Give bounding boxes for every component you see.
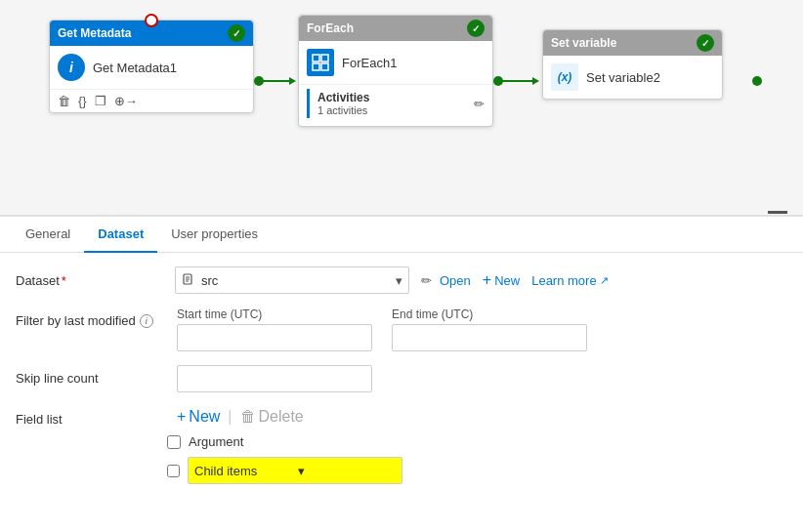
bottom-panel: General Dataset User properties Dataset …: [0, 215, 803, 532]
field-list-actions: + New | 🗑 Delete: [177, 408, 304, 426]
field-list-row: Field list + New | 🗑 Delete: [16, 406, 787, 427]
learn-more-link[interactable]: Learn more ↗: [531, 273, 608, 288]
foreach-icon: [307, 49, 334, 76]
dataset-label: Dataset *: [16, 273, 167, 288]
copy-icon[interactable]: ❐: [95, 94, 106, 108]
foreach-body: ForEach1: [299, 41, 492, 84]
set-variable-subtitle: Set variable2: [586, 70, 660, 85]
end-time-field: End time (UTC): [392, 307, 587, 351]
svg-point-3: [493, 76, 503, 86]
start-time-label: Start time (UTC): [177, 307, 372, 321]
skip-line-row: Skip line count: [16, 365, 787, 392]
child-items-chevron: ▾: [298, 464, 396, 478]
edit-activities-icon[interactable]: ✏: [474, 97, 485, 111]
skip-line-input[interactable]: [177, 365, 372, 392]
child-items-row: Child items ▾: [16, 457, 787, 484]
collapse-bar[interactable]: [768, 211, 787, 214]
filter-row: Filter by last modified i Start time (UT…: [16, 307, 787, 351]
foreach-node[interactable]: ForEach ✓ ForEach1 Activit: [298, 15, 493, 127]
get-metadata-node[interactable]: Get Metadata ✓ i Get Metadata1 🗑 {} ❐ ⊕→: [49, 20, 254, 113]
tab-general[interactable]: General: [12, 217, 84, 253]
dataset-row: Dataset * src ▾ ✏ Open + New: [16, 266, 787, 294]
trash-btn-icon: 🗑: [240, 409, 256, 425]
foreach-header: ForEach ✓: [299, 16, 492, 41]
set-variable-title: Set variable: [551, 36, 616, 50]
child-items-label: Child items: [194, 464, 292, 478]
panel-content: Dataset * src ▾ ✏ Open + New: [0, 253, 803, 498]
svg-rect-7: [313, 55, 319, 61]
tabs-bar: General Dataset User properties: [0, 217, 803, 253]
get-metadata-title: Get Metadata: [58, 26, 131, 40]
plus-icon: +: [177, 409, 186, 425]
svg-rect-8: [321, 55, 328, 61]
get-metadata-footer: 🗑 {} ❐ ⊕→: [50, 89, 253, 112]
info-icon: i: [58, 54, 85, 81]
variable-icon: (x): [551, 63, 578, 91]
delete-field-button[interactable]: 🗑 Delete: [240, 409, 304, 425]
argument-label: Argument: [189, 434, 243, 449]
svg-rect-10: [321, 63, 328, 70]
foreach-subtitle: ForEach1: [342, 56, 397, 70]
foreach-title: ForEach: [307, 21, 354, 35]
field-list-label: Field list: [16, 406, 167, 427]
child-items-dropdown[interactable]: Child items ▾: [188, 457, 402, 484]
end-time-input[interactable]: [392, 324, 587, 351]
new-field-button[interactable]: + New: [177, 409, 220, 425]
svg-marker-2: [289, 77, 296, 85]
set-variable-node[interactable]: Set variable ✓ (x) Set variable2: [542, 29, 723, 100]
svg-marker-5: [532, 77, 539, 85]
set-variable-success-badge: ✓: [697, 34, 714, 52]
foreach-success-badge: ✓: [467, 20, 485, 37]
error-indicator: [145, 14, 158, 27]
end-time-label: End time (UTC): [392, 307, 587, 321]
filter-label: Filter by last modified i: [16, 307, 167, 328]
open-icon[interactable]: ✏: [421, 273, 432, 288]
activities-section: Activities 1 activities ✏: [299, 84, 492, 126]
skip-line-label: Skip line count: [16, 365, 167, 386]
datetime-group: Start time (UTC) End time (UTC): [177, 307, 587, 351]
pipeline-canvas: Get Metadata ✓ i Get Metadata1 🗑 {} ❐ ⊕→…: [0, 0, 803, 215]
argument-checkbox[interactable]: [167, 435, 181, 449]
filter-info-icon[interactable]: i: [140, 314, 153, 328]
open-link[interactable]: Open: [440, 273, 471, 288]
success-badge: ✓: [228, 24, 245, 42]
svg-point-0: [254, 76, 264, 86]
activities-count: 1 activities: [317, 104, 369, 116]
set-variable-body: (x) Set variable2: [543, 56, 722, 99]
dataset-file-icon: [182, 273, 195, 287]
child-items-checkbox[interactable]: [167, 465, 180, 477]
start-time-input[interactable]: [177, 324, 372, 351]
get-metadata-subtitle: Get Metadata1: [93, 61, 177, 75]
svg-point-6: [752, 76, 762, 86]
new-link[interactable]: + New: [483, 272, 520, 288]
dataset-value: src: [201, 273, 390, 288]
arrow-icon[interactable]: ⊕→: [114, 94, 138, 108]
get-metadata-body: i Get Metadata1: [50, 46, 253, 89]
dataset-chevron[interactable]: ▾: [396, 273, 402, 288]
set-variable-header: Set variable ✓: [543, 30, 722, 56]
tab-dataset[interactable]: Dataset: [84, 217, 157, 253]
braces-icon[interactable]: {}: [78, 94, 87, 108]
argument-row: Argument: [16, 434, 787, 449]
dataset-select-wrapper[interactable]: src ▾: [175, 266, 409, 294]
start-time-field: Start time (UTC): [177, 307, 372, 351]
activities-label: Activities: [317, 91, 369, 104]
trash-icon[interactable]: 🗑: [58, 94, 70, 108]
tab-user-properties[interactable]: User properties: [157, 217, 272, 253]
action-divider: |: [228, 408, 232, 426]
external-link-icon: ↗: [600, 274, 609, 287]
svg-rect-9: [313, 63, 319, 70]
